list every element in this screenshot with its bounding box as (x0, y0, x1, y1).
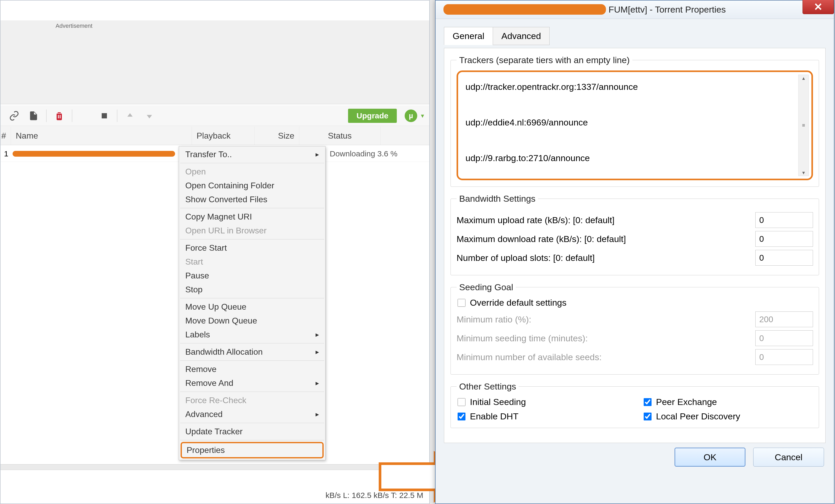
submenu-arrow-icon: ▸ (315, 348, 319, 356)
close-icon[interactable]: ✕ (802, 0, 834, 14)
upload-slots-label: Number of upload slots: [0: default] (456, 253, 595, 263)
col-header-num[interactable]: # (1, 127, 11, 145)
menu-pause[interactable]: Pause (179, 269, 325, 282)
ok-button[interactable]: OK (675, 448, 746, 466)
utorrent-logo-icon[interactable]: µ (405, 109, 417, 122)
other-settings-legend: Other Settings (456, 381, 519, 392)
min-ratio-label: Minimum ratio (%): (456, 314, 531, 324)
menu-label: Stop (185, 285, 203, 294)
title-redacted (444, 4, 606, 15)
stop-icon[interactable] (96, 108, 113, 123)
menu-show-converted-files[interactable]: Show Converted Files (179, 192, 325, 206)
min-available-seeds-label: Minimum number of available seeds: (456, 352, 602, 362)
menu-properties[interactable]: Properties (181, 442, 324, 458)
menu-separator (180, 392, 324, 392)
menu-separator (180, 343, 324, 343)
menu-move-up-queue[interactable]: Move Up Queue (179, 300, 325, 314)
upgrade-button[interactable]: Upgrade (348, 109, 397, 123)
menu-bandwidth-allocation[interactable]: Bandwidth Allocation▸ (179, 345, 325, 359)
local-peer-discovery-checkbox[interactable] (644, 413, 652, 420)
submenu-arrow-icon: ▸ (315, 379, 319, 387)
add-url-icon[interactable] (6, 108, 23, 123)
enable-dht-label: Enable DHT (470, 411, 518, 421)
col-header-size[interactable]: Size (255, 127, 299, 145)
menu-update-tracker[interactable]: Update Tracker (179, 425, 325, 439)
min-seed-time-input (755, 330, 813, 346)
menu-label: Force Re-Check (185, 396, 246, 405)
tab-general[interactable]: General (444, 27, 493, 45)
max-download-input[interactable] (755, 231, 813, 247)
tab-advanced[interactable]: Advanced (493, 27, 550, 45)
torrent-name-redacted (13, 151, 175, 156)
menu-remove[interactable]: Remove (179, 362, 325, 376)
max-upload-input[interactable] (755, 212, 813, 228)
torrent-properties-dialog: FUM[ettv] - Torrent Properties ✕ General… (435, 0, 834, 504)
local-peer-discovery-label: Local Peer Discovery (656, 411, 740, 421)
context-menu: Transfer To..▸ Open Open Containing Fold… (179, 146, 326, 460)
peer-exchange-checkbox[interactable] (644, 398, 652, 406)
chevron-down-icon[interactable]: ▾ (421, 112, 424, 120)
add-torrent-icon[interactable] (25, 108, 42, 123)
min-seed-time-label: Minimum seeding time (minutes): (456, 333, 588, 343)
col-header-status[interactable]: Status (299, 127, 381, 145)
toolbar-separator (46, 109, 47, 122)
menu-start: Start (179, 255, 325, 269)
menu-label: Start (185, 257, 203, 267)
tab-strip: General Advanced (444, 27, 826, 45)
override-defaults-checkbox[interactable] (457, 299, 466, 307)
cancel-button[interactable]: Cancel (753, 448, 824, 466)
trackers-fieldset: Trackers (separate tiers with an empty l… (450, 55, 819, 187)
menu-open-containing-folder[interactable]: Open Containing Folder (179, 178, 325, 192)
menu-label: Properties (187, 445, 225, 455)
bandwidth-fieldset: Bandwidth Settings Maximum upload rate (… (450, 194, 819, 275)
trackers-highlight-box: ▴≡▾ (456, 70, 813, 180)
move-down-icon[interactable] (141, 108, 158, 123)
scrollbar[interactable]: ▴≡▾ (798, 75, 809, 176)
delete-icon[interactable] (51, 108, 68, 123)
menu-stop[interactable]: Stop (179, 282, 325, 296)
menu-label: Pause (185, 271, 209, 280)
col-header-name[interactable]: Name (11, 127, 192, 145)
menu-separator (180, 298, 324, 298)
start-icon[interactable] (77, 108, 93, 123)
col-header-playback[interactable]: Playback (192, 127, 255, 145)
menu-force-recheck: Force Re-Check (179, 394, 325, 407)
move-up-icon[interactable] (122, 108, 138, 123)
dialog-titlebar[interactable]: FUM[ettv] - Torrent Properties ✕ (435, 1, 834, 19)
seeding-goal-legend: Seeding Goal (456, 282, 516, 292)
menu-label: Move Down Queue (185, 316, 257, 326)
menu-label: Open URL in Browser (185, 226, 267, 235)
menu-separator (180, 239, 324, 239)
menu-label: Update Tracker (185, 427, 243, 436)
dialog-title-text: FUM[ettv] - Torrent Properties (609, 4, 726, 15)
trackers-textarea[interactable] (465, 77, 805, 172)
menu-transfer-to[interactable]: Transfer To..▸ (179, 147, 325, 161)
menu-advanced[interactable]: Advanced▸ (179, 407, 325, 421)
bandwidth-legend: Bandwidth Settings (456, 194, 538, 204)
menu-label: Remove And (185, 378, 233, 388)
general-panel: Trackers (separate tiers with an empty l… (444, 48, 826, 443)
initial-seeding-label: Initial Seeding (470, 397, 526, 407)
max-download-label: Maximum download rate (kB/s): [0: defaul… (456, 234, 626, 244)
menu-remove-and[interactable]: Remove And▸ (179, 376, 325, 390)
toolbar-separator (72, 109, 72, 122)
menu-open-url-in-browser: Open URL in Browser (179, 224, 325, 237)
menu-labels[interactable]: Labels▸ (179, 328, 325, 341)
menu-force-start[interactable]: Force Start (179, 241, 325, 255)
scroll-down-icon[interactable]: ▾ (802, 169, 805, 176)
menu-copy-magnet-uri[interactable]: Copy Magnet URI (179, 210, 325, 224)
menu-label: Force Start (185, 243, 227, 253)
trackers-legend: Trackers (separate tiers with an empty l… (456, 55, 632, 65)
menu-label: Show Converted Files (185, 195, 267, 204)
upload-slots-input[interactable] (755, 250, 813, 266)
scroll-up-icon[interactable]: ▴ (802, 75, 805, 81)
enable-dht-checkbox[interactable] (457, 413, 466, 420)
menu-open: Open (179, 165, 325, 178)
max-upload-label: Maximum upload rate (kB/s): [0: default] (456, 215, 615, 225)
submenu-arrow-icon: ▸ (315, 150, 319, 159)
menu-move-down-queue[interactable]: Move Down Queue (179, 314, 325, 328)
menu-separator (180, 440, 324, 440)
submenu-arrow-icon: ▸ (315, 410, 319, 418)
initial-seeding-checkbox[interactable] (457, 398, 466, 406)
menu-label: Open Containing Folder (185, 181, 274, 190)
